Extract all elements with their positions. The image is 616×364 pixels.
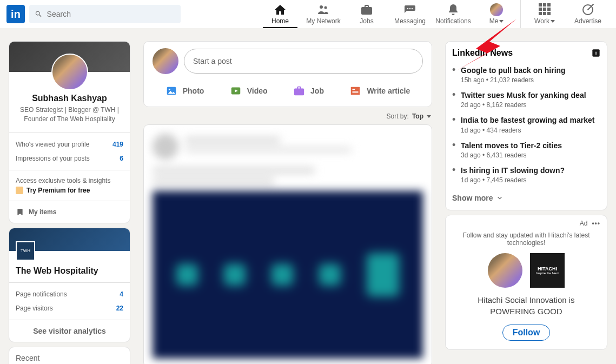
news-meta: 2d ago • 8,162 readers: [461, 101, 600, 109]
nav-work[interactable]: Work: [523, 0, 566, 28]
post-photo-button[interactable]: Photo: [161, 80, 209, 102]
sort-value: Top: [412, 112, 423, 120]
svg-point-3: [407, 8, 408, 9]
start-post-card: Start a post Photo Video Job Write arti: [143, 41, 432, 107]
my-items-link[interactable]: My items: [9, 201, 130, 223]
nav-label: Home: [271, 17, 289, 25]
news-headline: Google to pull back on hiring: [461, 65, 600, 75]
post-article-button[interactable]: Write article: [345, 80, 414, 102]
stat-label: Who's viewed your profile: [16, 141, 89, 148]
svg-point-5: [412, 8, 413, 9]
page-banner: TWH: [9, 228, 130, 251]
feed-media: [153, 191, 423, 359]
premium-icon: [16, 187, 23, 194]
nav-home[interactable]: Home: [259, 0, 302, 28]
stat-page-notifications[interactable]: Page notifications 4: [9, 287, 130, 301]
svg-rect-11: [353, 89, 355, 90]
divider: [520, 0, 521, 28]
profile-headline: SEO Strategist | Blogger @ TWH | Founder…: [16, 105, 123, 124]
nav-notifications[interactable]: Notifications: [432, 0, 475, 28]
feed-sort[interactable]: Sort by: Top: [144, 112, 431, 120]
chevron-down-icon: [499, 20, 504, 23]
search-input[interactable]: [47, 10, 175, 18]
show-more-button[interactable]: Show more: [446, 191, 607, 210]
global-header: in Home My Network Jobs Messaging Notifi…: [0, 0, 616, 28]
news-headline: Talent moves to Tier-2 cities: [461, 141, 600, 150]
stat-post-impressions[interactable]: Impressions of your posts 6: [9, 151, 130, 166]
news-meta: 1d ago • 434 readers: [461, 127, 600, 134]
chevron-down-icon: [427, 115, 431, 118]
ad-badge: Ad: [580, 220, 588, 227]
action-label: Job: [310, 87, 324, 95]
news-headline: India to be fastest growing ad market: [461, 115, 600, 125]
action-label: Photo: [183, 87, 204, 95]
avatar-icon: [490, 3, 503, 16]
profile-avatar[interactable]: [51, 54, 88, 90]
messaging-icon: [403, 3, 416, 16]
network-icon: [317, 3, 330, 16]
apps-grid-icon: [539, 3, 551, 15]
info-icon[interactable]: i: [592, 49, 600, 57]
visitor-analytics-link[interactable]: See visitor analytics: [9, 320, 130, 342]
premium-upsell[interactable]: Access exclusive tools & insights Try Pr…: [9, 170, 130, 201]
profile-banner: [9, 42, 130, 72]
my-items-label: My items: [29, 208, 56, 216]
nav-advertise[interactable]: Advertise: [566, 0, 610, 28]
follow-button[interactable]: Follow: [502, 325, 551, 341]
video-icon: [230, 85, 242, 97]
ad-text: Hitachi Social Innovation is POWERING GO…: [454, 294, 598, 317]
target-icon: [581, 3, 594, 16]
svg-point-2: [324, 6, 327, 9]
chevron-down-icon: [551, 20, 555, 23]
nav-label: Work: [534, 17, 549, 25]
feed-post: [143, 124, 432, 364]
nav-network[interactable]: My Network: [302, 0, 345, 28]
news-list: Google to pull back on hiring 15h ago • …: [446, 62, 607, 191]
show-more-label: Show more: [452, 194, 493, 202]
profile-card: Subhash Kashyap SEO Strategist | Blogger…: [9, 41, 130, 223]
news-item[interactable]: Google to pull back on hiring 15h ago • …: [452, 62, 600, 87]
linkedin-logo[interactable]: in: [6, 5, 25, 23]
news-meta: 3d ago • 6,431 readers: [461, 151, 600, 159]
svg-point-1: [320, 5, 323, 9]
nav-label: Messaging: [394, 17, 426, 25]
nav-jobs[interactable]: Jobs: [345, 0, 388, 28]
post-video-button[interactable]: Video: [226, 80, 272, 102]
ad-subtitle: Follow and stay updated with Hitachi's l…: [454, 231, 598, 247]
home-icon: [274, 3, 287, 16]
svg-text:i: i: [595, 50, 597, 56]
post-job-button[interactable]: Job: [289, 80, 328, 102]
nav-me[interactable]: Me: [475, 0, 518, 28]
nav-label: My Network: [306, 17, 340, 25]
nav-messaging[interactable]: Messaging: [388, 0, 432, 28]
profile-name[interactable]: Subhash Kashyap: [16, 94, 123, 103]
news-item[interactable]: Is hiring in IT slowing down? 1d ago • 7…: [452, 162, 600, 187]
stat-label: Page visitors: [16, 305, 53, 312]
stat-value: 6: [120, 155, 123, 162]
page-logo[interactable]: TWH: [16, 241, 35, 261]
search-box[interactable]: [29, 5, 181, 23]
recent-heading: Recent: [9, 347, 130, 364]
news-item[interactable]: Twitter sues Musk for yanking deal 2d ag…: [452, 87, 600, 112]
premium-intro: Access exclusive tools & insights: [16, 177, 123, 184]
nav-label: Advertise: [574, 17, 601, 25]
ad-menu-icon[interactable]: •••: [592, 220, 600, 227]
recent-card: Recent: [9, 347, 130, 364]
article-icon: [349, 85, 361, 97]
news-item[interactable]: India to be fastest growing ad market 1d…: [452, 112, 600, 137]
action-label: Video: [247, 87, 268, 95]
nav-label: Me: [489, 17, 499, 25]
stat-page-visitors[interactable]: Page visitors 22: [9, 301, 130, 315]
news-item[interactable]: Talent moves to Tier-2 cities 3d ago • 6…: [452, 137, 600, 162]
news-headline: Twitter sues Musk for yanking deal: [461, 90, 600, 100]
start-post-button[interactable]: Start a post: [184, 49, 423, 74]
page-card: TWH The Web Hospitality Page notificatio…: [9, 228, 130, 342]
nav-label: Notifications: [435, 17, 471, 25]
stat-profile-views[interactable]: Who's viewed your profile 419: [9, 137, 130, 151]
action-label: Write article: [367, 87, 410, 95]
user-avatar[interactable]: [153, 48, 178, 74]
chevron-down-icon: [496, 194, 504, 202]
stat-value: 4: [120, 290, 123, 298]
stat-label: Page notifications: [16, 290, 67, 298]
author-avatar: [153, 134, 178, 160]
